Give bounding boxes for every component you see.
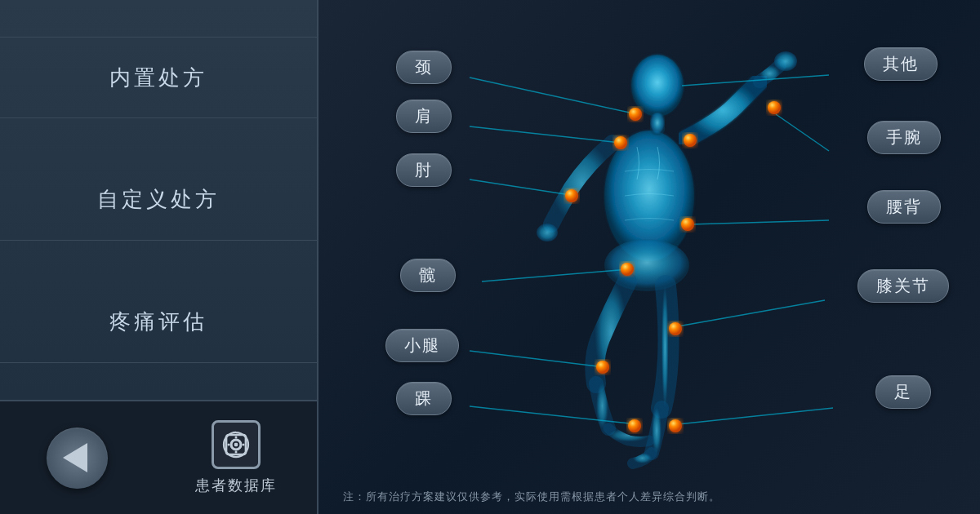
svg-line-24	[678, 300, 825, 326]
svg-point-31	[681, 218, 694, 231]
database-icon	[212, 420, 261, 469]
elbow-label[interactable]: 肘	[396, 153, 452, 187]
disclaimer-note: 注：所有治疗方案建议仅供参考，实际使用需根据患者个人差异综合判断。	[343, 490, 956, 504]
svg-line-20	[470, 406, 637, 424]
shoulder-label[interactable]: 肩	[396, 100, 452, 133]
svg-rect-11	[650, 113, 665, 135]
other-label[interactable]: 其他	[864, 47, 938, 81]
sidebar-menu: 内置处方 自定义处方 疼痛评估	[0, 0, 317, 400]
svg-point-12	[774, 51, 797, 71]
svg-line-15	[470, 78, 637, 114]
svg-point-26	[629, 108, 642, 121]
svg-point-34	[596, 361, 609, 374]
svg-line-25	[678, 408, 833, 424]
svg-point-4	[227, 444, 229, 446]
back-button[interactable]	[41, 421, 114, 494]
svg-point-35	[628, 419, 641, 432]
svg-point-3	[234, 451, 237, 454]
svg-point-28	[684, 134, 697, 147]
svg-point-2	[234, 436, 237, 439]
svg-line-22	[776, 114, 829, 151]
ankle-label[interactable]: 踝	[396, 382, 452, 415]
patient-database-button[interactable]: 患者数据库	[195, 420, 277, 495]
svg-line-17	[470, 179, 576, 196]
sidebar-item-pain-assessment[interactable]: 疼痛评估	[0, 281, 317, 363]
hip-label[interactable]: 髋	[400, 259, 456, 292]
svg-line-16	[470, 126, 621, 143]
svg-point-8	[234, 443, 238, 447]
main-content: 颈 肩 肘 髋 小腿 踝 其他 手腕 腰背 膝关节 足 注：所有治疗方案建议仅供…	[318, 0, 980, 514]
database-label: 患者数据库	[195, 476, 277, 495]
svg-line-19	[470, 351, 604, 367]
svg-point-36	[669, 419, 682, 432]
foot-label[interactable]: 足	[875, 375, 931, 409]
sidebar-bottom: 患者数据库	[0, 400, 317, 514]
database-svg-icon	[221, 430, 251, 459]
neck-label[interactable]: 颈	[396, 51, 452, 84]
knee-label[interactable]: 膝关节	[858, 269, 949, 303]
svg-point-29	[565, 189, 578, 202]
svg-line-18	[482, 269, 629, 281]
sidebar-item-builtin-prescription[interactable]: 内置处方	[0, 37, 317, 118]
svg-line-23	[690, 220, 829, 224]
svg-point-32	[621, 263, 634, 276]
svg-point-30	[768, 101, 781, 114]
wrist-label[interactable]: 手腕	[867, 121, 941, 154]
svg-point-27	[614, 136, 627, 149]
svg-point-5	[242, 444, 244, 446]
sidebar: 内置处方 自定义处方 疼痛评估	[0, 0, 318, 514]
svg-point-33	[669, 322, 682, 335]
svg-point-13	[537, 224, 558, 241]
sidebar-item-custom-prescription[interactable]: 自定义处方	[0, 159, 317, 241]
lower-leg-label[interactable]: 小腿	[385, 329, 459, 362]
svg-point-10	[631, 55, 684, 117]
lower-back-label[interactable]: 腰背	[867, 190, 941, 224]
back-arrow-icon	[47, 428, 108, 489]
